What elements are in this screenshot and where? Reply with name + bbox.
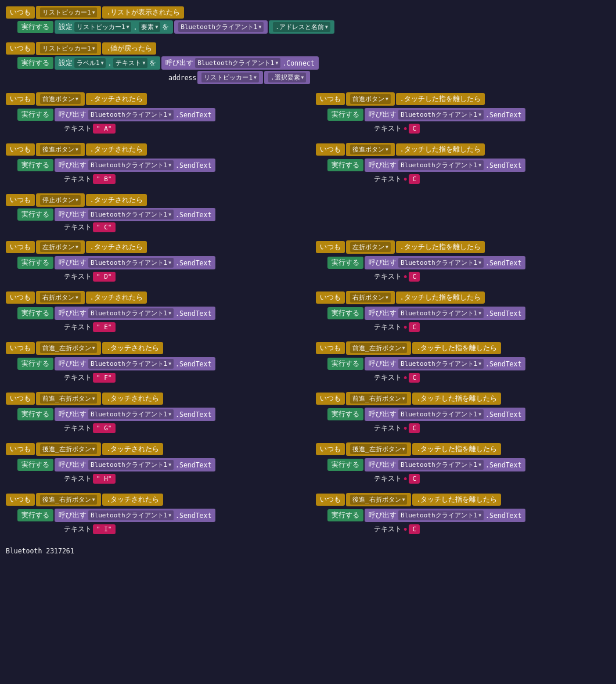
settei-target-1[interactable]: リストピッカー1 xyxy=(74,22,131,32)
method-dropdown-1[interactable]: .アドレスと名前 xyxy=(273,22,330,32)
yobidasu-zm1[interactable]: 呼び出す Bluetoothクライアント1 .SendText xyxy=(55,408,215,421)
koumigi-btn-1[interactable]: 後進_右折ボタン xyxy=(36,493,101,506)
kouhidari-dd-1[interactable]: 後進_左折ボタン xyxy=(40,444,97,454)
bt-dropdown-1[interactable]: Bluetoothクライアント1 xyxy=(178,22,264,32)
teishi-btn[interactable]: 停止ボタン xyxy=(36,193,85,207)
teishi-dd[interactable]: 停止ボタン xyxy=(40,195,81,205)
settei-block-2[interactable]: 設定 ラベル1 . テキスト を xyxy=(55,56,160,70)
listpicker-dropdown-2[interactable]: リストピッカー1 xyxy=(40,44,97,53)
zensin-dd-1[interactable]: 前進ボタン xyxy=(40,94,81,104)
bt-kh1[interactable]: Bluetoothクライアント1 xyxy=(88,460,174,470)
bt-m1[interactable]: Bluetoothクライアント1 xyxy=(88,308,174,318)
listpicker-trigger-1[interactable]: リストピッカー1 xyxy=(36,6,101,19)
migifold-btn-2[interactable]: 右折ボタン xyxy=(346,291,395,304)
bt-k1[interactable]: Bluetoothクライアント1 xyxy=(88,160,174,170)
yobidasu-k1[interactable]: 呼び出す Bluetoothクライアント1 .SendText xyxy=(55,159,215,172)
bt-zh2[interactable]: Bluetoothクライアント1 xyxy=(398,359,484,369)
yobidasu-kh2[interactable]: 呼び出す Bluetoothクライアント1 .SendText xyxy=(365,458,525,471)
bt-km1[interactable]: Bluetoothクライアント1 xyxy=(88,510,174,520)
zensin-dd-2[interactable]: 前進ボタン xyxy=(350,94,391,104)
migifold-dd-1[interactable]: 右折ボタン xyxy=(40,293,81,303)
text-val-m1: " E" xyxy=(93,322,116,332)
zensin-btn-1[interactable]: 前進ボタン xyxy=(36,92,85,106)
hidarifold-btn-1[interactable]: 左折ボタン xyxy=(36,240,85,254)
bt-z2[interactable]: Bluetoothクライアント1 xyxy=(398,110,484,120)
migifold-btn-1[interactable]: 右折ボタン xyxy=(36,291,85,304)
text-label-zh2: テキスト xyxy=(374,373,402,382)
settei-block-1[interactable]: 設定 リストピッカー1 . 要素 を xyxy=(55,20,173,34)
kouhidari-dd-2[interactable]: 後進_左折ボタン xyxy=(350,444,407,454)
yobidasu-z2[interactable]: 呼び出す Bluetoothクライアント1 .SendText xyxy=(365,108,525,121)
settei-prop-2[interactable]: テキスト xyxy=(113,58,147,68)
bt-h2[interactable]: Bluetoothクライアント1 xyxy=(398,258,484,268)
text-val-km1: " I" xyxy=(93,524,116,534)
kouhidari-btn-1[interactable]: 後進_左折ボタン xyxy=(36,442,101,456)
koumigi-dd-2[interactable]: 後進_右折ボタン xyxy=(350,495,407,505)
hidarifold-dd-2[interactable]: 左折ボタン xyxy=(350,242,391,252)
listpicker-param-2[interactable]: リストピッカー1 xyxy=(197,71,262,84)
bt-z1[interactable]: Bluetoothクライアント1 xyxy=(88,110,174,120)
yobidasu-zm2[interactable]: 呼び出す Bluetoothクライアント1 .SendText xyxy=(365,408,525,421)
yobidasu-m2[interactable]: 呼び出す Bluetoothクライアント1 .SendText xyxy=(365,307,525,320)
hidarifold-btn-2[interactable]: 左折ボタン xyxy=(346,240,395,254)
hidarifold-dd-1[interactable]: 左折ボタン xyxy=(40,242,81,252)
yobidasu-km1[interactable]: 呼び出す Bluetoothクライアント1 .SendText xyxy=(55,509,215,522)
yobidasu-kh1[interactable]: 呼び出す Bluetoothクライアント1 .SendText xyxy=(55,458,215,471)
koumigi-btn-2[interactable]: 後進_右折ボタン xyxy=(346,493,411,506)
jikko-z2: 実行する xyxy=(327,109,363,121)
text-val-zm2: C xyxy=(409,423,420,433)
bt-h1[interactable]: Bluetoothクライアント1 xyxy=(88,258,174,268)
kousin-btn-2[interactable]: 後進ボタン xyxy=(346,143,395,156)
selected-elem-2[interactable]: .選択要素 xyxy=(264,71,310,84)
bt-t1[interactable]: Bluetoothクライアント1 xyxy=(88,210,174,219)
migifold-dd-2[interactable]: 右折ボタン xyxy=(350,293,391,303)
bt-m2[interactable]: Bluetoothクライアント1 xyxy=(398,308,484,318)
yobidasu-block-2[interactable]: 呼び出す Bluetoothクライアント1 .Connect xyxy=(161,56,318,70)
bt-k2[interactable]: Bluetoothクライアント1 xyxy=(398,160,484,170)
zenhidari-dd-2[interactable]: 前進_左折ボタン xyxy=(350,343,407,353)
method-block-1[interactable]: .アドレスと名前 xyxy=(269,20,334,34)
kousin-dd-1[interactable]: 後進ボタン xyxy=(40,145,81,154)
settei-label-2[interactable]: ラベル1 xyxy=(74,58,106,68)
bt-zm2[interactable]: Bluetoothクライアント1 xyxy=(398,409,484,419)
yobidasu-zh1[interactable]: 呼び出す Bluetoothクライアント1 .SendText xyxy=(55,357,215,370)
bt-km2[interactable]: Bluetoothクライアント1 xyxy=(398,510,484,520)
bt-kh2[interactable]: Bluetoothクライアント1 xyxy=(398,460,484,470)
listpicker-param-dropdown-2[interactable]: リストピッカー1 xyxy=(201,73,258,82)
yobidasu-zh2[interactable]: 呼び出す Bluetoothクライアント1 .SendText xyxy=(365,357,525,370)
selected-elem-dropdown-2[interactable]: .選択要素 xyxy=(268,73,306,82)
kousin-btn-1[interactable]: 後進ボタン xyxy=(36,143,85,156)
zensin-btn-2[interactable]: 前進ボタン xyxy=(346,92,395,106)
kouhidari-btn-2[interactable]: 後進_左折ボタン xyxy=(346,442,411,456)
yobidasu-km2[interactable]: 呼び出す Bluetoothクライアント1 .SendText xyxy=(365,509,525,522)
yobidasu-m1[interactable]: 呼び出す Bluetoothクライアント1 .SendText xyxy=(55,307,215,320)
bt-block-1[interactable]: Bluetoothクライアント1 xyxy=(174,20,268,34)
yobidasu-t1[interactable]: 呼び出す Bluetoothクライアント1 .SendText xyxy=(55,208,215,221)
zenmigi-btn-2[interactable]: 前進_右折ボタン xyxy=(346,392,411,405)
kousin-dd-2[interactable]: 後進ボタン xyxy=(350,145,391,154)
bluetooth-info: Bluetooth 2317261 xyxy=(6,547,610,555)
yobidasu-h2[interactable]: 呼び出す Bluetoothクライアント1 .SendText xyxy=(365,256,525,269)
koumigi-dd-1[interactable]: 後進_右折ボタン xyxy=(40,495,97,505)
text-label-m1: テキスト xyxy=(64,323,92,332)
listpicker-trigger-2[interactable]: リストピッカー1 xyxy=(36,42,101,55)
migifold-trigger-left: いつも 右折ボタン .タッチされたら xyxy=(6,291,314,304)
kouhidari-left: いつも 後進_左折ボタン .タッチされたら 実行する 呼び出す Bluetoot… xyxy=(6,442,314,485)
zenmigi-dd-1[interactable]: 前進_右折ボタン xyxy=(40,394,97,404)
yobidasu-z1[interactable]: 呼び出す Bluetoothクライアント1 .SendText xyxy=(55,108,215,121)
zenmigi-dd-2[interactable]: 前進_右折ボタン xyxy=(350,394,407,404)
zensin-text-left: テキスト " A" xyxy=(6,124,314,134)
zenhidari-dd-1[interactable]: 前進_左折ボタン xyxy=(40,343,97,353)
listpicker-dropdown-1[interactable]: リストピッカー1 xyxy=(40,8,97,17)
zenhidari-btn-2[interactable]: 前進_左折ボタン xyxy=(346,341,411,355)
bt-zh1[interactable]: Bluetoothクライアント1 xyxy=(88,359,174,369)
bt-zm1[interactable]: Bluetoothクライアント1 xyxy=(88,409,174,419)
yobidasu-k2[interactable]: 呼び出す Bluetoothクライアント1 .SendText xyxy=(365,159,525,172)
hidarifold-trigger-left: いつも 左折ボタン .タッチされたら xyxy=(6,240,314,254)
yobidasu-h1[interactable]: 呼び出す Bluetoothクライアント1 .SendText xyxy=(55,256,215,269)
settei-prop-1[interactable]: 要素 xyxy=(139,22,160,32)
bt-dropdown-2[interactable]: Bluetoothクライアント1 xyxy=(195,58,280,68)
zenmigi-btn-1[interactable]: 前進_右折ボタン xyxy=(36,392,101,405)
zenhidari-btn-1[interactable]: 前進_左折ボタン xyxy=(36,341,101,355)
dot-zm2: • xyxy=(403,424,408,433)
